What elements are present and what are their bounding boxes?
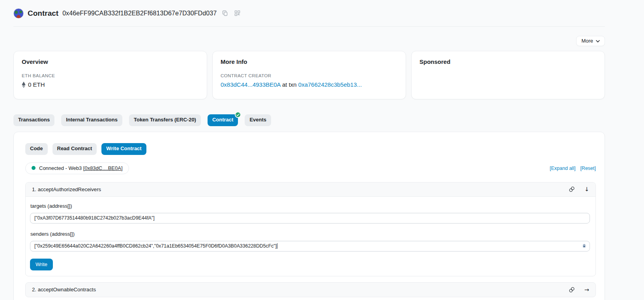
subtab-code[interactable]: Code <box>25 143 48 155</box>
permalink-icon[interactable] <box>569 186 575 192</box>
qr-code-button[interactable] <box>234 9 241 17</box>
tab-transactions[interactable]: Transactions <box>13 114 54 126</box>
ethereum-icon <box>22 82 26 88</box>
contract-header: Contract 0x46eFF99CAB332f1B2EB2Ff6813D67… <box>13 0 605 27</box>
more-button-label: More <box>581 38 593 44</box>
eth-balance-value: 0 ETH <box>28 81 45 88</box>
verified-check-icon <box>235 112 241 118</box>
tab-contract[interactable]: Contract <box>208 114 238 126</box>
subtab-read-contract[interactable]: Read Contract <box>52 143 97 155</box>
contract-creator-label: CONTRACT CREATOR <box>221 73 398 78</box>
page-title: Contract <box>28 9 58 18</box>
tab-events[interactable]: Events <box>245 114 271 126</box>
overview-card: Overview ETH BALANCE 0 ETH <box>13 51 207 99</box>
permalink-icon[interactable] <box>569 287 575 293</box>
chevron-down-icon <box>596 38 600 44</box>
contract-address: 0x46eFF99CAB332f1B2EB2Ff6813D67e7D30FDd0… <box>62 10 217 17</box>
tab-token-transfers[interactable]: Token Transfers (ERC-20) <box>129 114 201 126</box>
contract-creator-address-link[interactable]: 0x83dC44...4933BE0A <box>221 81 281 88</box>
more-dropdown-button[interactable]: More <box>576 36 605 46</box>
reset-link[interactable]: [Reset] <box>580 166 596 171</box>
contract-panel: Code Read Contract Write Contract Connec… <box>13 132 605 300</box>
targets-input-value: ["0xA3f07D6773514480b918C2742b027b3acD9E… <box>34 215 155 221</box>
sponsored-card: Sponsored <box>411 51 605 99</box>
function-title: 2. acceptOwnableContracts <box>32 287 96 293</box>
tab-contract-label: Contract <box>212 117 233 123</box>
write-functions-list: 1. acceptAuthorizedReceivers ↓ targets (… <box>25 182 596 300</box>
contract-subtabs: Code Read Contract Write Contract <box>25 143 596 155</box>
function-item-acceptOwnableContracts: 2. acceptOwnableContracts → <box>25 282 596 297</box>
overview-card-title: Overview <box>22 58 199 65</box>
eth-balance-label: ETH BALANCE <box>22 73 199 78</box>
info-cards-row: Overview ETH BALANCE 0 ETH More Info CON… <box>13 51 605 99</box>
main-tabs: Transactions Internal Transactions Token… <box>13 114 605 126</box>
copy-address-button[interactable] <box>221 9 229 17</box>
password-manager-lock-icon <box>582 244 587 249</box>
at-txn-text: at txn <box>282 81 297 88</box>
creation-txn-link[interactable]: 0xa7662428c3b5eb13... <box>298 81 362 88</box>
copy-icon <box>222 10 228 16</box>
wallet-status-text: Connected - Web3 <box>39 165 82 171</box>
contract-identicon-avatar <box>13 8 24 19</box>
tab-internal-transactions[interactable]: Internal Transactions <box>61 114 122 126</box>
wallet-connect-status[interactable]: Connected - Web3 [0x83dC....BE0A] <box>25 162 129 174</box>
senders-input[interactable]: ["0x259c49E65644a020C2A642260a4ffB0CD862… <box>30 241 590 252</box>
subtab-write-contract[interactable]: Write Contract <box>101 143 146 155</box>
text-cursor <box>277 243 277 249</box>
write-button[interactable]: Write <box>30 259 53 270</box>
function-title: 1. acceptAuthorizedReceivers <box>32 186 101 192</box>
function-header-acceptOwnableContracts[interactable]: 2. acceptOwnableContracts → <box>26 283 595 297</box>
targets-input[interactable]: ["0xA3f07D6773514480b918C2742b027b3acD9E… <box>30 213 590 224</box>
collapse-arrow-icon[interactable]: ↓ <box>584 186 589 192</box>
qr-code-icon <box>234 10 240 16</box>
expand-all-link[interactable]: [Expand all] <box>550 166 575 171</box>
sponsored-card-title: Sponsored <box>419 58 597 65</box>
wallet-address-link[interactable]: [0x83dC....BE0A] <box>83 165 123 171</box>
more-info-card: More Info CONTRACT CREATOR 0x83dC44...49… <box>212 51 406 99</box>
connected-status-dot-icon <box>32 166 36 170</box>
senders-input-value: ["0x259c49E65644a020C2A642260a4ffB0CD862… <box>34 243 277 249</box>
targets-field-label: targets (address[]) <box>30 203 590 209</box>
senders-field-label: senders (address[]) <box>30 231 590 237</box>
expand-arrow-icon[interactable]: → <box>584 287 589 293</box>
function-header-acceptAuthorizedReceivers[interactable]: 1. acceptAuthorizedReceivers ↓ <box>26 183 595 197</box>
function-item-acceptAuthorizedReceivers: 1. acceptAuthorizedReceivers ↓ targets (… <box>25 182 596 276</box>
more-info-card-title: More Info <box>221 58 398 65</box>
